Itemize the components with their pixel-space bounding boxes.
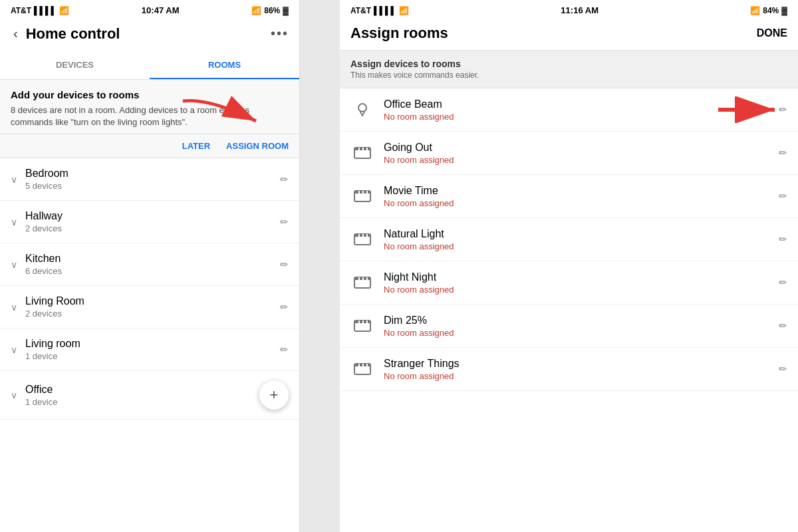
room-name-kitchen: Kitchen	[25, 253, 280, 265]
device-status-dim-25: No room assigned	[384, 328, 779, 338]
device-icon-night-night	[350, 271, 374, 295]
room-name-living-room: Living Room	[25, 295, 280, 307]
rooms-list: ∨ Bedroom 5 devices ∨ Hallway 2 devices …	[0, 158, 299, 532]
room-count-bedroom: 5 devices	[25, 181, 280, 191]
room-info-bedroom: Bedroom 5 devices	[25, 168, 280, 191]
device-item-going-out[interactable]: Going Out No room assigned	[340, 132, 798, 175]
signal-icon-right: ▌▌▌▌	[374, 6, 396, 15]
device-status-natural-light: No room assigned	[384, 241, 779, 251]
chevron-icon-kitchen: ∨	[11, 259, 17, 270]
tab-rooms[interactable]: ROOMS	[150, 52, 299, 79]
device-info-stranger-things: Stranger Things No room assigned	[384, 358, 779, 381]
chevron-icon-living-room: ∨	[11, 302, 17, 313]
battery-icon-left: ▓	[283, 6, 289, 15]
status-bar-left: AT&T ▌▌▌▌ 📶 10:47 AM 📶 86% ▓	[0, 0, 299, 18]
device-item-movie-time[interactable]: Movie Time No room assigned	[340, 175, 798, 218]
room-item-living-room-lower[interactable]: ∨ Living room 1 device	[0, 329, 299, 371]
bt-icon-left: 📶	[251, 6, 261, 15]
device-info-movie-time: Movie Time No room assigned	[384, 185, 779, 208]
device-item-natural-light[interactable]: Natural Light No room assigned	[340, 218, 798, 261]
carrier-right: AT&T	[350, 6, 371, 15]
device-info-going-out: Going Out No room assigned	[384, 142, 779, 165]
edit-icon-movie-time[interactable]	[779, 190, 787, 202]
status-right-right: 📶 84% ▓	[750, 6, 787, 15]
chevron-icon-living-room-lower: ∨	[11, 344, 17, 355]
done-button[interactable]: DONE	[757, 27, 787, 39]
device-info-dim-25: Dim 25% No room assigned	[384, 315, 779, 338]
edit-icon-natural-light[interactable]	[779, 233, 787, 245]
scene-icon-natural-light	[353, 231, 372, 247]
room-info-kitchen: Kitchen 6 devices	[25, 253, 280, 276]
room-name-bedroom: Bedroom	[25, 168, 280, 180]
time-right: 11:16 AM	[561, 5, 598, 15]
room-item-bedroom[interactable]: ∨ Bedroom 5 devices	[0, 158, 299, 201]
wifi-icon-right: 📶	[399, 6, 409, 15]
device-info-natural-light: Natural Light No room assigned	[384, 228, 779, 251]
status-left-right: AT&T ▌▌▌▌ 📶	[350, 6, 409, 15]
chevron-icon-hallway: ∨	[11, 217, 17, 227]
room-count-living-room-lower: 1 device	[25, 351, 280, 361]
room-info-living-room-lower: Living room 1 device	[25, 338, 280, 361]
scene-icon-going-out	[353, 145, 372, 161]
tab-devices[interactable]: DEVICES	[0, 52, 150, 79]
status-bar-right: AT&T ▌▌▌▌ 📶 11:16 AM 📶 84% ▓	[340, 0, 798, 18]
room-info-hallway: Hallway 2 devices	[25, 210, 280, 233]
device-item-dim-25[interactable]: Dim 25% No room assigned	[340, 305, 798, 348]
bulb-icon	[354, 101, 371, 118]
scene-icon-night-night	[353, 275, 372, 291]
device-icon-dim-25	[350, 314, 374, 338]
device-icon-office-beam	[350, 98, 374, 122]
edit-icon-night-night[interactable]	[779, 277, 787, 289]
device-icon-movie-time	[350, 184, 374, 208]
room-item-hallway[interactable]: ∨ Hallway 2 devices	[0, 201, 299, 243]
carrier-left: AT&T	[11, 6, 31, 15]
edit-icon-living-room[interactable]	[280, 301, 289, 313]
device-status-night-night: No room assigned	[384, 285, 779, 295]
assign-rooms-title: Assign rooms	[350, 25, 448, 42]
room-name-hallway: Hallway	[25, 210, 280, 222]
bt-icon-right: 📶	[750, 6, 760, 15]
time-left: 10:47 AM	[142, 5, 180, 15]
back-button[interactable]: ‹	[11, 23, 21, 44]
edit-icon-living-room-lower[interactable]	[280, 344, 289, 356]
device-icon-stranger-things	[350, 357, 374, 381]
left-panel: AT&T ▌▌▌▌ 📶 10:47 AM 📶 86% ▓ ‹ Home cont…	[0, 0, 300, 532]
room-item-kitchen[interactable]: ∨ Kitchen 6 devices	[0, 243, 299, 286]
edit-icon-kitchen[interactable]	[280, 259, 289, 271]
add-room-button[interactable]: +	[259, 380, 289, 410]
room-name-living-room-lower: Living room	[25, 338, 280, 350]
wifi-icon-left: 📶	[59, 6, 69, 15]
device-status-stranger-things: No room assigned	[384, 371, 779, 381]
scene-icon-stranger-things	[353, 361, 372, 377]
edit-icon-bedroom[interactable]	[280, 174, 289, 186]
edit-icon-going-out[interactable]	[779, 147, 787, 159]
more-button[interactable]: •••	[271, 26, 289, 41]
room-item-living-room[interactable]: ∨ Living Room 2 devices	[0, 286, 299, 329]
assign-subtitle-bar: Assign devices to rooms This makes voice…	[340, 51, 798, 88]
scene-icon-dim-25	[353, 318, 372, 334]
status-right-left: 📶 86% ▓	[251, 6, 289, 15]
signal-icon-left: ▌▌▌▌	[34, 6, 57, 15]
device-status-going-out: No room assigned	[384, 155, 779, 165]
banner-actions: LATER ASSIGN ROOM	[0, 134, 299, 158]
device-item-office-beam[interactable]: Office Beam No room assigned	[340, 88, 798, 132]
device-item-night-night[interactable]: Night Night No room assigned	[340, 261, 798, 305]
device-info-night-night: Night Night No room assigned	[384, 271, 779, 295]
battery-pct-right: 84%	[763, 6, 779, 15]
device-item-stranger-things[interactable]: Stranger Things No room assigned	[340, 348, 798, 391]
battery-icon-right: ▓	[781, 6, 787, 15]
edit-icon-stranger-things[interactable]	[779, 363, 787, 375]
device-name-dim-25: Dim 25%	[384, 315, 779, 327]
room-count-kitchen: 6 devices	[25, 266, 280, 276]
device-name-night-night: Night Night	[384, 271, 779, 283]
scene-icon-movie-time	[353, 188, 372, 204]
room-item-office[interactable]: ∨ Office 1 device +	[0, 371, 299, 420]
edit-icon-dim-25[interactable]	[779, 320, 787, 332]
room-count-living-room: 2 devices	[25, 309, 280, 319]
device-name-stranger-things: Stranger Things	[384, 358, 779, 370]
edit-icon-hallway[interactable]	[280, 216, 289, 228]
add-icon: +	[270, 386, 279, 404]
header-left: ‹ Home control •••	[0, 18, 299, 52]
header-right: Assign rooms DONE	[340, 18, 798, 51]
device-icon-going-out	[350, 141, 374, 165]
